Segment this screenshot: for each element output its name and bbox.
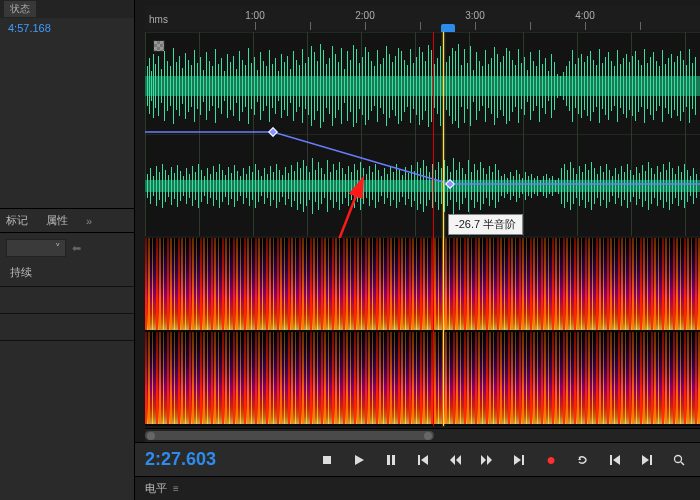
- ruler-tick: 1:00: [245, 10, 264, 21]
- property-dropdown[interactable]: ˅: [6, 239, 66, 257]
- svg-rect-372: [387, 455, 390, 465]
- go-end-button[interactable]: [506, 449, 532, 471]
- go-start-button[interactable]: [410, 449, 436, 471]
- fast-forward-button[interactable]: [474, 449, 500, 471]
- transport-bar: 2:27.603 ●: [135, 442, 700, 476]
- horizontal-scrollbar[interactable]: [145, 428, 700, 442]
- svg-rect-376: [610, 455, 612, 465]
- skip-forward-button[interactable]: [634, 449, 660, 471]
- svg-rect-371: [323, 456, 331, 464]
- status-label: 状态: [4, 1, 36, 17]
- svg-rect-373: [392, 455, 395, 465]
- ruler-units: hms: [149, 14, 168, 25]
- side-panel: 状态 持续时间 4:57.168 标记 属性 » ˅ ⬅ 持续: [0, 0, 135, 500]
- continue-label: 持续: [0, 263, 134, 282]
- svg-rect-375: [522, 455, 524, 465]
- play-button[interactable]: [346, 449, 372, 471]
- envelope-tooltip: -26.7 半音阶: [448, 214, 523, 235]
- time-ruler[interactable]: hms 1:00 2:00 3:00 4:00: [145, 6, 700, 30]
- back-arrow-icon[interactable]: ⬅: [72, 242, 81, 255]
- level-panel-title[interactable]: 电平: [145, 481, 167, 496]
- ruler-tick: 2:00: [355, 10, 374, 21]
- ruler-tick: 4:00: [575, 10, 594, 21]
- editor-main: hms 1:00 2:00 3:00 4:00: [135, 0, 700, 500]
- chevrons-icon[interactable]: »: [86, 215, 92, 227]
- svg-point-378: [675, 455, 682, 462]
- loop-button[interactable]: [570, 449, 596, 471]
- record-button[interactable]: ●: [538, 449, 564, 471]
- spectrogram-channel-left: [145, 238, 700, 330]
- svg-line-379: [681, 462, 684, 465]
- scrollbar-thumb[interactable]: [145, 431, 434, 440]
- marker-line[interactable]: [433, 32, 434, 426]
- svg-rect-377: [650, 455, 652, 465]
- rewind-button[interactable]: [442, 449, 468, 471]
- spectrogram-view[interactable]: [145, 238, 700, 426]
- tab-properties[interactable]: 属性: [46, 213, 68, 228]
- total-duration[interactable]: 4:57.168: [8, 22, 51, 34]
- playhead-line[interactable]: [443, 32, 444, 426]
- waveform-view[interactable]: [145, 32, 700, 236]
- current-timecode[interactable]: 2:27.603: [135, 449, 255, 470]
- panel-menu-icon[interactable]: ≡: [173, 483, 179, 494]
- ruler-tick: 3:00: [465, 10, 484, 21]
- tab-markers[interactable]: 标记: [6, 213, 28, 228]
- stop-button[interactable]: [314, 449, 340, 471]
- skip-back-button[interactable]: [602, 449, 628, 471]
- pause-button[interactable]: [378, 449, 404, 471]
- zoom-out-button[interactable]: [666, 449, 692, 471]
- svg-rect-374: [418, 455, 420, 465]
- spectrogram-channel-right: [145, 332, 700, 424]
